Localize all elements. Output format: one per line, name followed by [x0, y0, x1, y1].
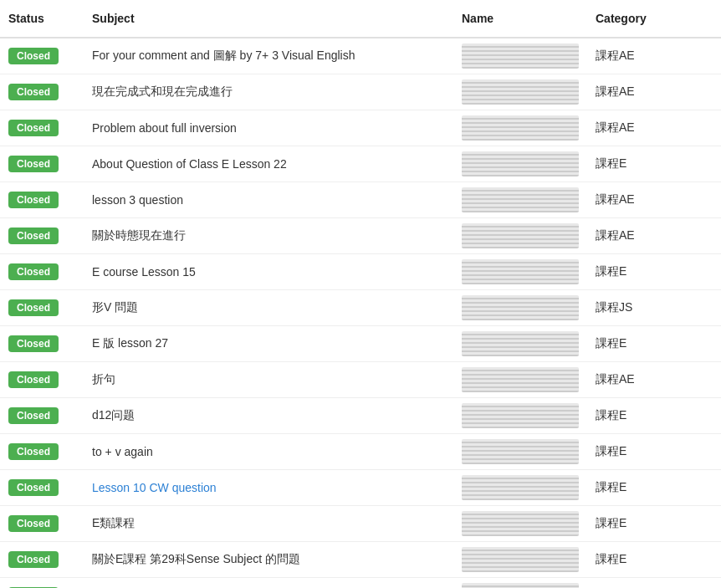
table-row: Closedlesson 3 question課程AE [0, 182, 721, 218]
subject-cell: 現在完成式和現在完成進行 [84, 79, 453, 105]
subject-cell: subjunctive [84, 584, 453, 588]
category-cell: 課程JS [587, 295, 721, 320]
name-cell [453, 290, 587, 325]
name-cell [453, 326, 587, 361]
subject-text: Problem about full inversion [92, 121, 237, 135]
table-row: ClosedFor your comment and 圖解 by 7+ 3 Vi… [0, 38, 721, 74]
status-badge: Closed [8, 263, 59, 280]
status-badge: Closed [8, 156, 59, 172]
table-row: ClosedE類課程課程E [0, 506, 721, 542]
status-badge: Closed [8, 443, 59, 460]
name-redacted [462, 43, 579, 69]
subject-text: About Question of Class E Lesson 22 [92, 157, 287, 171]
status-cell: Closed [0, 546, 84, 573]
table-header: Status Subject Name Category [0, 0, 721, 38]
category-cell: 課程E [587, 511, 721, 536]
name-cell [453, 506, 587, 541]
status-badge: Closed [8, 515, 59, 532]
table-row: Closedd12问题課程E [0, 398, 721, 434]
subject-text: 關於時態現在進行 [92, 228, 186, 243]
category-cell: 課程AE [587, 583, 721, 588]
table-row: Closed關於E課程 第29科Sense Subject 的問題課程E [0, 542, 721, 578]
status-cell: Closed [0, 187, 84, 213]
table-row: Closedto + v again課程E [0, 434, 721, 470]
name-redacted [462, 511, 579, 536]
status-cell: Closed [0, 79, 84, 105]
name-redacted [462, 439, 579, 464]
status-badge: Closed [8, 407, 59, 424]
subject-cell: Problem about full inversion [84, 116, 453, 140]
category-cell: 課程AE [587, 115, 721, 141]
status-cell: Closed [0, 294, 84, 321]
table-row: ClosedE course Lesson 15課程E [0, 254, 721, 290]
category-cell: 課程AE [587, 79, 721, 105]
subject-cell: 折句 [84, 367, 453, 392]
name-redacted [462, 331, 579, 356]
status-badge: Closed [8, 120, 59, 136]
table-body: ClosedFor your comment and 圖解 by 7+ 3 Vi… [0, 38, 721, 588]
name-redacted [462, 187, 579, 212]
name-cell [453, 110, 587, 146]
category-cell: 課程AE [587, 367, 721, 392]
name-redacted [462, 151, 579, 176]
subject-text: E 版 lesson 27 [92, 336, 168, 351]
category-cell: 課程E [587, 547, 721, 572]
status-badge: Closed [8, 551, 59, 568]
subject-cell: 關於時態現在進行 [84, 223, 453, 248]
status-cell: Closed [0, 43, 84, 69]
subject-text: 現在完成式和現在完成進行 [92, 84, 233, 100]
col-category: Category [587, 8, 721, 28]
subject-text: 折句 [92, 372, 115, 387]
category-cell: 課程E [587, 151, 721, 176]
subject-text: lesson 3 question [92, 193, 183, 207]
name-cell [453, 542, 587, 577]
name-redacted [462, 403, 579, 428]
status-badge: Closed [8, 84, 59, 100]
subject-cell: 關於E課程 第29科Sense Subject 的問題 [84, 547, 453, 572]
subject-cell: E類課程 [84, 511, 453, 536]
name-cell [453, 218, 587, 253]
name-redacted [462, 475, 579, 500]
table-row: ClosedProblem about full inversion課程AE [0, 110, 721, 146]
name-redacted [462, 547, 579, 572]
main-table: Status Subject Name Category ClosedFor y… [0, 0, 721, 588]
name-cell [453, 434, 587, 469]
status-badge: Closed [8, 192, 59, 208]
name-redacted [462, 223, 579, 248]
status-cell: Closed [0, 402, 84, 429]
col-status: Status [0, 8, 84, 28]
subject-text: E類課程 [92, 516, 135, 531]
status-badge: Closed [8, 479, 59, 496]
name-cell [453, 470, 587, 505]
status-badge: Closed [8, 48, 59, 64]
category-cell: 課程E [587, 475, 721, 500]
subject-cell[interactable]: Lesson 10 CW question [84, 476, 453, 499]
status-cell: Closed [0, 366, 84, 393]
subject-text: d12问题 [92, 408, 135, 423]
table-row: ClosedLesson 10 CW question課程E [0, 470, 721, 506]
status-cell: Closed [0, 474, 84, 501]
name-cell [453, 38, 587, 74]
status-badge: Closed [8, 228, 59, 244]
subject-cell: d12问题 [84, 403, 453, 428]
status-cell: Closed [0, 151, 84, 177]
status-badge: Closed [8, 371, 59, 388]
category-cell: 課程E [587, 439, 721, 464]
subject-text: For your comment and 圖解 by 7+ 3 Visual E… [92, 49, 355, 64]
subject-text: to + v again [92, 445, 153, 458]
col-name: Name [453, 8, 587, 28]
subject-link[interactable]: Lesson 10 CW question [92, 481, 217, 494]
category-cell: 課程E [587, 403, 721, 428]
status-cell: Closed [0, 582, 84, 588]
subject-cell: lesson 3 question [84, 188, 453, 212]
category-cell: 課程AE [587, 187, 721, 212]
table-row: Closed現在完成式和現在完成進行課程AE [0, 74, 721, 110]
table-row: ClosedAbout Question of Class E Lesson 2… [0, 146, 721, 182]
table-row: Closed關於時態現在進行課程AE [0, 218, 721, 254]
name-cell [453, 398, 587, 433]
subject-text: E course Lesson 15 [92, 265, 196, 279]
table-row: Closed形V 問題課程JS [0, 290, 721, 326]
status-badge: Closed [8, 299, 59, 316]
category-cell: 課程AE [587, 223, 721, 248]
status-cell: Closed [0, 115, 84, 141]
